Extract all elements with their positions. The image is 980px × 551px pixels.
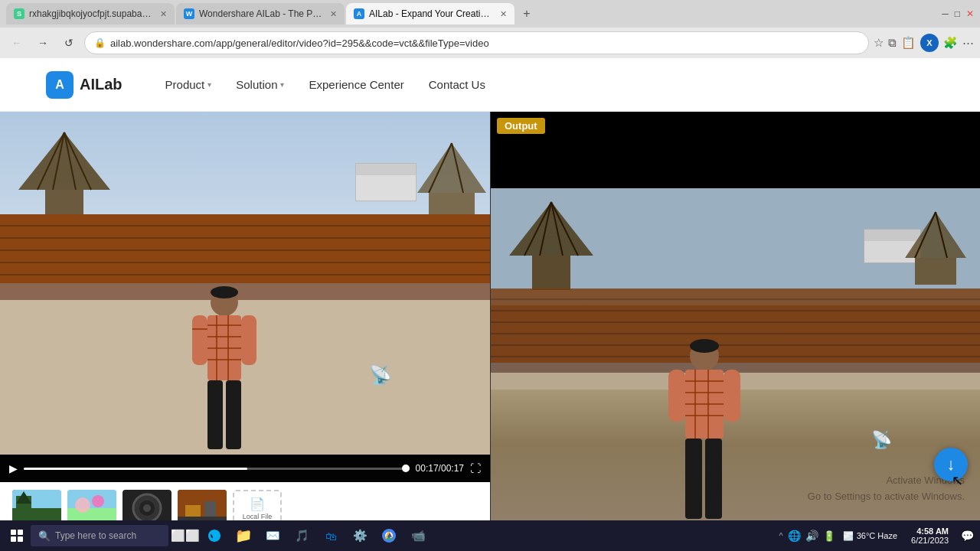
logo-icon: A (46, 71, 74, 99)
tab-2-title: Wondershare AILab - The Perfec... (199, 8, 322, 19)
forward-button[interactable]: → (32, 32, 54, 54)
brick-wall (0, 214, 490, 283)
local-file-label: Local File (243, 513, 273, 520)
taskbar-battery-icon[interactable]: 🔋 (823, 530, 835, 542)
svg-point-34 (143, 504, 151, 512)
svg-point-50 (690, 339, 719, 353)
nav-product-label: Product (165, 78, 205, 91)
svg-rect-21 (241, 315, 256, 365)
svg-marker-39 (509, 202, 593, 256)
taskbar-media[interactable]: 🎵 (288, 522, 315, 549)
svg-rect-61 (705, 439, 722, 519)
new-tab-button[interactable]: + (516, 3, 537, 24)
taskbar-date: 6/21/2023 (911, 536, 949, 545)
minimize-button[interactable]: ─ (942, 8, 949, 19)
right-hut-right (901, 208, 970, 292)
taskbar-mail[interactable]: ✉️ (259, 522, 286, 549)
address-bar: ← → ↺ 🔒 ailab.wondershare.com/app/genera… (0, 28, 980, 58)
logo-letter: A (55, 78, 64, 92)
left-time-display: 00:17/00:17 (416, 463, 464, 474)
left-video-scene: 📡 (0, 112, 490, 455)
back-button[interactable]: ← (6, 32, 28, 54)
left-video-frame: 📡 (0, 112, 490, 455)
close-button[interactable]: ✕ (966, 8, 974, 19)
left-fullscreen-button[interactable]: ⛶ (470, 462, 481, 474)
solution-chevron-icon: ▾ (280, 80, 284, 89)
svg-marker-6 (417, 143, 486, 193)
nav-product[interactable]: Product ▾ (153, 58, 224, 112)
taskbar-volume-icon[interactable]: 🔊 (805, 530, 818, 542)
right-video-top (491, 112, 980, 188)
taskbar-file-explorer[interactable]: 📁 (230, 522, 257, 549)
taskbar-chrome[interactable] (375, 522, 403, 549)
nav-experience-center[interactable]: Experience Center (296, 58, 416, 112)
taskbar-weather[interactable]: 🌫️ 36°C Haze (838, 531, 902, 541)
taskbar-clock[interactable]: 4:58 AM 6/21/2023 (905, 527, 955, 545)
building-right (355, 163, 416, 201)
logo[interactable]: A AILab (46, 71, 122, 99)
start-button[interactable] (3, 522, 31, 549)
left-video-controls[interactable]: ▶ 00:17/00:17 ⛶ (0, 455, 490, 482)
reload-button[interactable]: ↺ (58, 32, 80, 54)
left-progress-bar[interactable] (24, 468, 410, 470)
taskbar-chevron-icon[interactable]: ^ (779, 531, 783, 540)
tab-1-close[interactable]: ✕ (160, 9, 167, 19)
tab-2-close[interactable]: ✕ (330, 9, 337, 19)
address-bar-icons: ☆ ⧉ 📋 X 🧩 ⋯ (874, 34, 974, 52)
taskbar-search[interactable]: 🔍 Type here to search (31, 525, 168, 546)
right-video-main: 📡 ↓ ↖ (491, 188, 980, 523)
taskbar-network-icon[interactable]: 🌐 (788, 530, 801, 542)
download-button[interactable]: ↓ (934, 448, 968, 481)
browser-chrome: S rxhakgjibqkojyocfpjt.supabase.c... ✕ W… (0, 0, 980, 58)
taskbar-app-extra[interactable]: 📹 (404, 522, 432, 549)
menu-button[interactable]: ⋯ (962, 36, 974, 50)
tab-bar: S rxhakgjibqkojyocfpjt.supabase.c... ✕ W… (0, 0, 980, 28)
nav-contact-us[interactable]: Contact Us (416, 58, 498, 112)
taskbar-edge[interactable] (201, 522, 228, 549)
taskbar-system-icons: ^ 🌐 🔊 🔋 (779, 530, 835, 542)
taskbar-task-view[interactable]: ⬜⬜ (172, 522, 199, 549)
left-progress-fill (24, 468, 247, 470)
svg-rect-23 (226, 380, 241, 449)
right-video-scene: 📡 (491, 188, 980, 523)
tab-3-title: AILab - Expand Your Creativity w... (369, 8, 492, 19)
browser-tab-3[interactable]: A AILab - Expand Your Creativity w... ✕ (346, 3, 514, 24)
svg-point-11 (211, 286, 238, 298)
taskbar-settings[interactable]: ⚙️ (346, 522, 374, 549)
taskbar: 🔍 Type here to search ⬜⬜ 📁 ✉️ 🎵 🛍 ⚙️ 📹 (0, 520, 980, 551)
browser-tab-2[interactable]: W Wondershare AILab - The Perfec... ✕ (176, 3, 345, 24)
tab-1-title: rxhakgjibqkojyocfpjt.supabase.c... (29, 8, 152, 19)
collections-icon[interactable]: 📋 (901, 36, 916, 50)
right-person-figure (662, 337, 746, 523)
product-chevron-icon: ▾ (207, 80, 211, 89)
browser-tab-1[interactable]: S rxhakgjibqkojyocfpjt.supabase.c... ✕ (6, 3, 175, 24)
address-input[interactable]: 🔒 ailab.wondershare.com/app/general/edit… (84, 31, 869, 54)
svg-point-30 (75, 497, 90, 513)
start-icon (11, 530, 23, 542)
right-satellite: 📡 (871, 430, 892, 450)
security-icon: 🔒 (94, 37, 106, 48)
split-screen-icon[interactable]: ⧉ (888, 36, 897, 50)
profile-button[interactable]: X (920, 34, 939, 52)
taskbar-right: ^ 🌐 🔊 🔋 🌫️ 36°C Haze 4:58 AM 6/21/2023 💬 (779, 527, 977, 545)
right-panel: Output (490, 112, 980, 551)
nav-experience-label: Experience Center (309, 78, 403, 91)
logo-text: AILab (80, 76, 122, 93)
bookmark-icon[interactable]: ☆ (874, 36, 884, 50)
svg-rect-48 (915, 258, 956, 285)
svg-point-31 (92, 495, 104, 507)
extensions-icon[interactable]: 🧩 (943, 36, 958, 50)
svg-rect-58 (668, 370, 685, 422)
taskbar-store[interactable]: 🛍 (317, 522, 345, 549)
svg-marker-0 (18, 132, 110, 190)
tab-3-close[interactable]: ✕ (500, 9, 507, 19)
svg-rect-28 (67, 490, 116, 508)
nav-solution[interactable]: Solution ▾ (224, 58, 296, 112)
navbar: A AILab Product ▾ Solution ▾ Experience … (0, 58, 980, 112)
main-area: 📡 ▶ 00:17/00:17 ⛶ (0, 112, 980, 551)
left-play-button[interactable]: ▶ (9, 462, 18, 474)
svg-marker-45 (905, 212, 966, 258)
output-badge: Output (497, 118, 545, 134)
restore-button[interactable]: □ (955, 8, 960, 19)
taskbar-notification-icon[interactable]: 💬 (958, 530, 977, 542)
